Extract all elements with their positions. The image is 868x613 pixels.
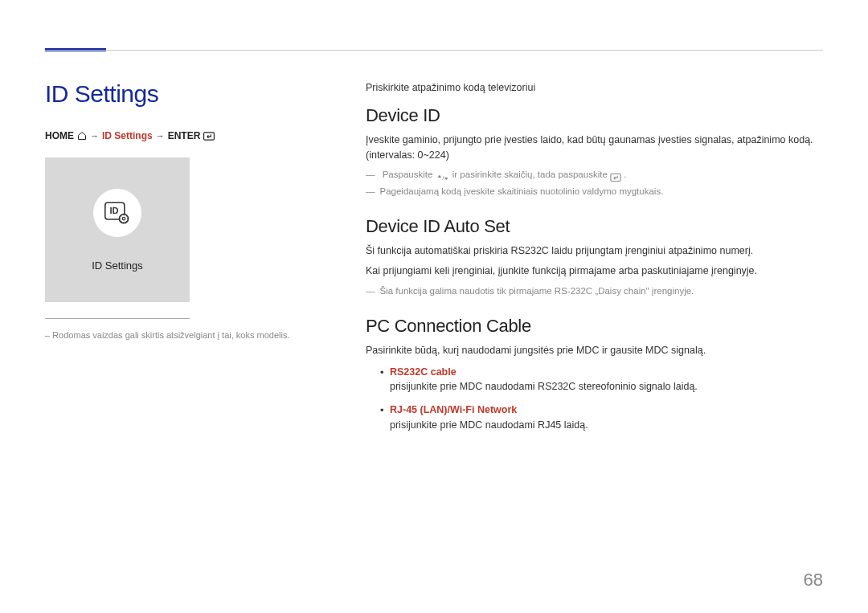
- device-id-note1: Paspauskite / ir pasirinkite skaičių, ta…: [366, 167, 824, 182]
- model-footnote: – Rodomas vaizdas gali skirtis atsižvelg…: [45, 330, 294, 340]
- auto-set-heading: Device ID Auto Set: [366, 216, 824, 237]
- bullet-title-rs232c: RS232C cable: [390, 365, 824, 380]
- left-divider: [45, 318, 190, 319]
- bullet-desc: prisijunkite prie MDC naudodami RS232C s…: [390, 381, 698, 392]
- page-title: ID Settings: [45, 80, 294, 108]
- device-id-note2: Pageidaujamą kodą įveskite skaitiniais n…: [366, 184, 824, 198]
- auto-set-note1: Šia funkcija galima naudotis tik pirmaja…: [366, 284, 824, 298]
- up-down-icon: /: [436, 171, 450, 179]
- top-divider: [45, 50, 823, 51]
- id-settings-icon: ID: [104, 202, 130, 224]
- breadcrumb-enter: ENTER: [168, 130, 201, 141]
- page-number: 68: [804, 570, 823, 591]
- pc-cable-list: RS232C cable prisijunkite prie MDC naudo…: [366, 365, 824, 433]
- preview-label: ID Settings: [92, 260, 143, 272]
- bullet-desc: prisijunkite prie MDC naudodami RJ45 lai…: [390, 419, 588, 431]
- breadcrumb-home: HOME: [45, 130, 74, 141]
- list-item: RJ-45 (LAN)/Wi-Fi Network prisijunkite p…: [366, 403, 824, 433]
- device-id-p1: Įveskite gaminio, prijungto prie įvestie…: [366, 133, 824, 163]
- breadcrumb: HOME → ID Settings → ENTER: [45, 130, 294, 141]
- home-icon: [77, 131, 87, 141]
- auto-set-p2: Kai prijungiami keli įrenginiai, įjunkit…: [366, 264, 824, 279]
- pc-cable-heading: PC Connection Cable: [366, 316, 824, 337]
- bullet-title-rj45: RJ-45 (LAN)/Wi-Fi Network: [390, 403, 824, 418]
- auto-set-p1: Ši funkcija automatiškai priskiria RS232…: [366, 243, 824, 259]
- list-item: RS232C cable prisijunkite prie MDC naudo…: [366, 365, 824, 395]
- device-id-heading: Device ID: [366, 105, 824, 126]
- screen-preview: ID ID Settings: [45, 157, 190, 302]
- enter-icon: [203, 132, 215, 141]
- arrow-icon: →: [90, 131, 99, 141]
- preview-icon-circle: ID: [93, 189, 141, 237]
- intro-text: Priskirkite atpažinimo kodą televizoriui: [366, 80, 824, 96]
- breadcrumb-id-settings: ID Settings: [102, 130, 153, 141]
- arrow-icon: →: [156, 131, 165, 141]
- enter-icon: [610, 171, 621, 179]
- svg-text:ID: ID: [109, 205, 118, 215]
- pc-cable-p1: Pasirinkite būdą, kurį naudodami jungsit…: [366, 343, 824, 358]
